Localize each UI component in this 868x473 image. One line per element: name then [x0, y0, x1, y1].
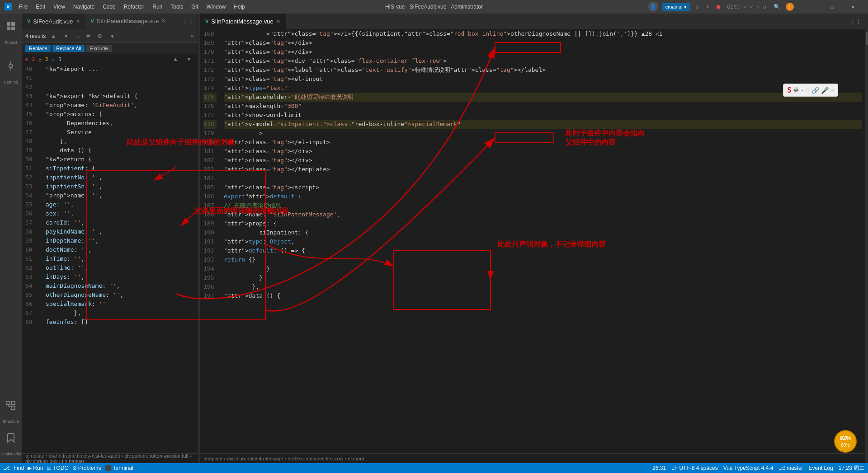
right-scrollbar[interactable] — [865, 14, 868, 463]
right-tab-close[interactable]: ✕ — [276, 19, 280, 24]
svg-text:60°c: 60°c — [841, 443, 850, 448]
menu-tools[interactable]: Tools — [167, 3, 187, 11]
stop-btn[interactable]: ■ — [715, 4, 722, 10]
search-results-bar: 4 results ▲ ▼ □ ⇄ ⚙ ▼ ✕ — [22, 29, 198, 43]
window-controls: 👤 cmainui ▾ ↻ ⬇ ■ Git: ✓ ✓ ↑ ↺ 🔍 ! − □ ✕ — [648, 0, 863, 14]
replace-bar: Replace Replace All Exclude — [22, 43, 198, 54]
next-result-btn[interactable]: ▼ — [61, 32, 71, 41]
sogou-mic: 🎤 — [821, 87, 829, 94]
todo-btn[interactable]: ☑ TODO — [47, 465, 68, 471]
language-indicator[interactable]: Vue TypeScript 4.4.4 — [723, 465, 774, 471]
error-count: 2 — [32, 56, 35, 62]
minimize-button[interactable]: − — [801, 0, 822, 14]
right-vue-icon: V — [205, 19, 208, 24]
menu-edit[interactable]: Edit — [32, 3, 49, 11]
tab-sifeeaudit[interactable]: V SiFeeAudit.vue ✕ — [22, 14, 85, 29]
encoding-indicator[interactable]: LF UTF-8 4 spaces — [671, 465, 718, 471]
project-label: Project — [0, 37, 22, 48]
right-breadcrumb-text: template › div.fin.in-patient-message › … — [203, 456, 364, 461]
menu-code[interactable]: Code — [99, 3, 119, 11]
svg-rect-9 — [12, 406, 15, 409]
svg-point-4 — [9, 64, 13, 68]
info-count: 3 — [58, 56, 61, 62]
right-code-area: 1681691701711721731741751761771781791801… — [200, 29, 865, 453]
activity-structure[interactable] — [0, 394, 22, 416]
line-numbers-left: 4041424344454647484950515253545556575859… — [22, 65, 42, 453]
right-editor-container: 1681691701711721731741751761771781791801… — [200, 29, 865, 463]
search-btn-top[interactable]: 🔍 — [772, 4, 782, 10]
tab2-close[interactable]: ✕ — [161, 18, 165, 24]
activity-commit[interactable] — [0, 55, 22, 77]
app-icon: W — [5, 3, 12, 10]
activity-project[interactable] — [0, 15, 22, 37]
vue-icon-2: V — [91, 19, 94, 24]
tab-sifeeaudit-label: SiFeeAudit.vue — [33, 18, 73, 25]
prev-result-btn[interactable]: ▲ — [48, 32, 58, 41]
sogou-grid: ⊞ — [830, 87, 834, 94]
scroll-thumb — [866, 32, 868, 45]
sogou-icon: S — [787, 86, 792, 94]
status-left: ⎇ Find ▶ Run ☑ TODO ⊘ Problems ⬛ Termina… — [4, 465, 133, 471]
branch-indicator[interactable]: ⎇ master — [779, 465, 803, 471]
svg-text:92%: 92% — [840, 435, 851, 441]
close-search[interactable]: ✕ — [190, 33, 194, 39]
user-avatar[interactable]: 👤 — [648, 2, 658, 12]
left-code-content[interactable]: "kw">import ... "kw">export "kw">default… — [42, 65, 198, 453]
next-error-btn[interactable]: ▼ — [184, 55, 194, 64]
settings-btn[interactable]: ⚙ — [95, 32, 104, 41]
menu-file[interactable]: File — [15, 3, 31, 11]
svg-rect-3 — [11, 27, 15, 30]
user-name[interactable]: cmainui ▾ — [662, 3, 690, 11]
maximize-button[interactable]: □ — [822, 0, 843, 14]
exclude-btn[interactable]: Exclude — [86, 45, 111, 52]
tab-siinpatentmessage[interactable]: V SiInPatentMessage.vue ✕ — [85, 14, 172, 29]
menu-bar: W File Edit View Navigate Code Refactor … — [5, 3, 249, 11]
more-actions[interactable]: Git: ✓ ✓ ↑ ↺ — [725, 4, 768, 10]
menu-run[interactable]: Run — [149, 3, 166, 11]
warning-count: 2 — [45, 56, 48, 62]
expand-btn[interactable]: □ — [74, 32, 81, 41]
replace-all-btn[interactable]: Replace All — [52, 45, 85, 52]
right-code-content[interactable]: >"attr">class="tag"></i>{{(siInpatient."… — [220, 29, 865, 453]
activity-bookmarks[interactable] — [0, 427, 22, 449]
svg-rect-0 — [7, 22, 10, 26]
tab-siinpatent-label: SiInPatentMessage.vue — [97, 18, 159, 24]
svg-rect-8 — [12, 401, 15, 404]
menu-window[interactable]: Window — [203, 3, 230, 11]
svg-point-12 — [835, 431, 856, 452]
run-btn[interactable]: ▶ Run — [28, 465, 43, 471]
menu-help[interactable]: Help — [230, 3, 249, 11]
wrap-btn[interactable]: ⇄ — [84, 32, 92, 40]
right-tab-more[interactable]: ⋮⋮ — [846, 14, 865, 29]
sogou-toolbar: S 英 · ☺ 🔗 🎤 ⊞ — [783, 84, 838, 97]
menu-navigate[interactable]: Navigate — [70, 3, 98, 11]
menu-view[interactable]: View — [50, 3, 69, 11]
error-icon: ⊘ — [25, 56, 28, 62]
prev-error-btn[interactable]: ▲ — [170, 55, 180, 64]
error-bar: ⊘ 2 △ 2 ✓ 3 ▲ ▼ — [22, 54, 198, 65]
filter-btn[interactable]: ▼ — [107, 32, 117, 41]
find-btn[interactable]: Find — [14, 465, 24, 471]
replace-btn[interactable]: Replace — [25, 45, 51, 52]
position-indicator[interactable]: 26:31 — [652, 465, 666, 471]
update-btn[interactable]: ⬇ — [704, 4, 711, 10]
git-status[interactable]: ⎇ — [4, 465, 10, 471]
tab-more-left[interactable]: ⋮⋮ — [179, 14, 198, 29]
info-icon: ✓ — [52, 56, 55, 62]
svg-rect-2 — [7, 27, 10, 30]
event-log-btn[interactable]: Event Log — [809, 465, 833, 471]
menu-refactor[interactable]: Refactor — [120, 3, 148, 11]
bookmarks-label: Bookmarks — [0, 449, 22, 459]
right-tab[interactable]: V SiInPatentMessage.vue ✕ — [200, 14, 286, 29]
status-right: 26:31 LF UTF-8 4 spaces Vue TypeScript 4… — [652, 464, 864, 472]
terminal-btn[interactable]: ⬛ Terminal — [105, 465, 133, 471]
tab1-close[interactable]: ✕ — [76, 19, 80, 24]
close-button[interactable]: ✕ — [843, 0, 863, 14]
sogou-dot: · — [801, 87, 804, 94]
notification-dot[interactable]: ! — [786, 3, 794, 11]
results-count: 4 results — [25, 33, 46, 39]
menu-git[interactable]: Git — [188, 3, 202, 11]
sogou-smile: ☺ — [806, 87, 809, 94]
refresh-btn[interactable]: ↻ — [694, 4, 701, 10]
problems-btn[interactable]: ⊘ Problems — [72, 465, 101, 471]
